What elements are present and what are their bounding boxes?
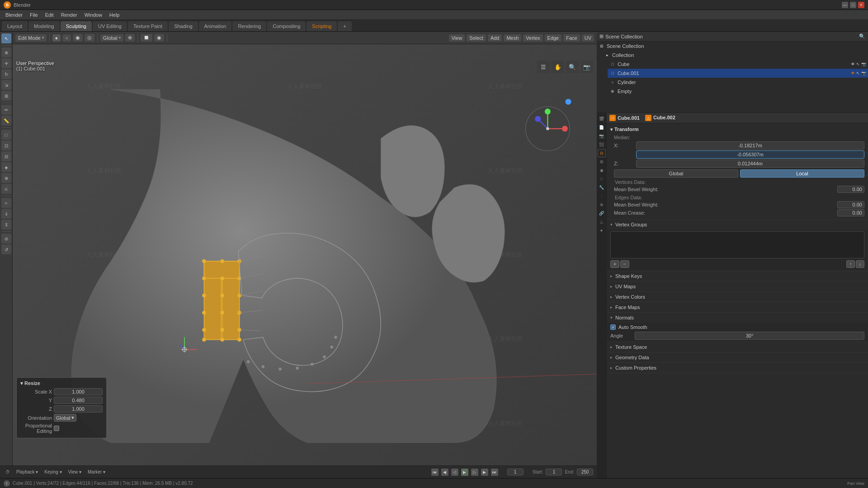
nav-orbit[interactable]: ☰ bbox=[537, 61, 550, 73]
props-scene[interactable]: 🎬 bbox=[598, 115, 606, 123]
tl-next-keyframe[interactable]: ▷ bbox=[471, 469, 478, 476]
tl-keying[interactable]: Keying ▾ bbox=[42, 469, 63, 475]
outliner-cube-001[interactable]: □ Cube.001 👁 ↖ 📷 bbox=[608, 69, 868, 78]
scale-z-value[interactable]: 1.000 bbox=[54, 405, 103, 413]
tl-current-frame[interactable] bbox=[507, 469, 524, 475]
tool-measure[interactable]: 📏 bbox=[1, 116, 11, 126]
vp-menu-uv[interactable]: UV bbox=[582, 34, 594, 42]
tool-cursor[interactable]: ⊕ bbox=[1, 47, 11, 57]
tab-rendering[interactable]: Rendering bbox=[232, 21, 266, 31]
maximize-button[interactable]: □ bbox=[850, 2, 856, 8]
tl-jump-start[interactable]: ⏮ bbox=[431, 469, 439, 476]
tab-layout[interactable]: Layout bbox=[2, 21, 28, 31]
tab-shading[interactable]: Shading bbox=[169, 21, 198, 31]
cube-001-sel-icon[interactable]: ↖ bbox=[856, 71, 860, 75]
y-value[interactable]: -0.056307m bbox=[636, 150, 864, 159]
vp-menu-face[interactable]: Face bbox=[563, 34, 580, 42]
local-coord-btn[interactable]: Local bbox=[740, 169, 864, 178]
normals-header[interactable]: Normals bbox=[607, 313, 868, 323]
vp-menu-edge[interactable]: Edge bbox=[545, 34, 562, 42]
props-view-layer[interactable]: ⊟ bbox=[598, 149, 606, 157]
props-scene-2[interactable]: ⊞ bbox=[598, 158, 606, 166]
tl-prev-frame[interactable]: ◀ bbox=[441, 469, 448, 476]
tl-next-frame[interactable]: ▶ bbox=[481, 469, 488, 476]
mode-selector[interactable]: Edit Mode bbox=[15, 34, 47, 42]
tool-extrude[interactable]: ⊡ bbox=[1, 141, 11, 150]
viewport-shading-solid[interactable]: ● bbox=[52, 34, 61, 42]
outliner-scene-collection[interactable]: ⊞ Scene Collection bbox=[597, 42, 868, 51]
cube-001-vis-icon[interactable]: 👁 bbox=[851, 71, 855, 75]
tool-scale[interactable]: ⇲ bbox=[1, 80, 11, 90]
vertex-colors-header[interactable]: Vertex Colors bbox=[607, 292, 868, 302]
tool-rotate[interactable]: ↻ bbox=[1, 69, 11, 79]
tl-jump-end[interactable]: ⏭ bbox=[491, 469, 498, 476]
viewport[interactable]: Edit Mode ● ○ ◉ ◎ Global ⊕ 🔲 bbox=[13, 32, 597, 465]
props-world[interactable]: ◉ bbox=[598, 166, 606, 174]
tl-marker[interactable]: Marker ▾ bbox=[86, 469, 107, 475]
tl-play-button[interactable]: ▶ bbox=[461, 469, 468, 476]
viewport-shading-render[interactable]: ◉ bbox=[73, 34, 83, 42]
vp-menu-select[interactable]: Select bbox=[467, 34, 486, 42]
props-material[interactable]: ● bbox=[598, 226, 606, 235]
tl-start-frame[interactable] bbox=[546, 469, 562, 475]
viewport-shading-wire[interactable]: ○ bbox=[62, 34, 71, 42]
x-value[interactable]: -0.18217m bbox=[636, 141, 864, 150]
props-render[interactable]: 📷 bbox=[598, 132, 606, 140]
scale-x-value[interactable]: 1.000 bbox=[54, 388, 103, 395]
face-maps-header[interactable]: Face Maps bbox=[607, 302, 868, 312]
vg-list-area[interactable] bbox=[610, 231, 864, 258]
tool-annotate[interactable]: ✏ bbox=[1, 105, 11, 115]
uv-maps-header[interactable]: UV Maps bbox=[607, 282, 868, 291]
props-object[interactable]: □ bbox=[598, 175, 606, 183]
vp-menu-add[interactable]: Add bbox=[488, 34, 502, 42]
menu-window[interactable]: Window bbox=[81, 10, 106, 20]
tool-spin[interactable]: ↺ bbox=[1, 244, 11, 254]
props-modifier[interactable]: 🔧 bbox=[598, 183, 606, 192]
geometry-data-header[interactable]: Geometry Data bbox=[607, 352, 868, 362]
tl-prev-keyframe[interactable]: ◁ bbox=[451, 469, 458, 476]
tab-uv-editing[interactable]: UV Editing bbox=[93, 21, 127, 31]
tab-modeling[interactable]: Modeling bbox=[28, 21, 60, 31]
outliner-filter-icon[interactable]: 🔍 bbox=[859, 33, 865, 39]
vertex-groups-header[interactable]: Vertex Groups bbox=[607, 220, 868, 230]
props-renderlayer[interactable]: 📄 bbox=[598, 123, 606, 131]
nav-camera[interactable]: 📷 bbox=[580, 61, 593, 73]
menu-render[interactable]: Render bbox=[57, 10, 81, 20]
tool-select[interactable]: ↖ bbox=[1, 33, 11, 43]
cube-sel-icon[interactable]: ↖ bbox=[856, 62, 860, 66]
outliner-cylinder[interactable]: ○ Cylinder bbox=[608, 78, 868, 87]
vp-menu-view[interactable]: View bbox=[449, 34, 465, 42]
tab-sculpting[interactable]: Sculpting bbox=[61, 21, 92, 31]
tool-add-cube[interactable]: □ bbox=[1, 130, 11, 140]
transform-header[interactable]: Transform bbox=[610, 125, 864, 133]
snapping-toggle[interactable]: 🔲 bbox=[141, 34, 152, 42]
close-button[interactable]: ✕ bbox=[858, 2, 864, 8]
nav-hand[interactable]: ✋ bbox=[552, 61, 564, 73]
vg-arrow-down[interactable]: ↓ bbox=[856, 260, 864, 268]
outliner-cube[interactable]: □ Cube 👁 ↖ 📷 bbox=[608, 60, 868, 69]
tool-transform[interactable]: ⊞ bbox=[1, 91, 11, 101]
tool-bevel[interactable]: ◈ bbox=[1, 162, 11, 172]
tab-add[interactable]: + bbox=[338, 21, 351, 31]
vg-arrow-up[interactable]: ↑ bbox=[846, 260, 855, 268]
props-data[interactable]: △ bbox=[598, 218, 606, 226]
outliner-collection[interactable]: ▸ Collection bbox=[602, 51, 868, 60]
z-value[interactable]: 0.012444m bbox=[636, 160, 864, 168]
orientation-dropdown[interactable]: Global ▾ bbox=[54, 414, 76, 422]
cube-001-render-icon[interactable]: 📷 bbox=[861, 71, 866, 75]
pivot-selector[interactable]: Global bbox=[100, 34, 123, 42]
tool-knife[interactable]: ⚔ bbox=[1, 184, 11, 194]
menu-file[interactable]: File bbox=[26, 10, 42, 20]
tool-loop-cut[interactable]: ⊕ bbox=[1, 173, 11, 183]
status-icon[interactable]: i bbox=[4, 480, 10, 487]
tool-move[interactable]: ✛ bbox=[1, 58, 11, 68]
prop-editing-checkbox[interactable] bbox=[54, 426, 59, 431]
vg-add-btn[interactable]: + bbox=[610, 260, 619, 268]
viewport-shading-material[interactable]: ◎ bbox=[85, 34, 94, 42]
props-output[interactable]: ⬛ bbox=[598, 141, 606, 149]
vp-menu-vertex[interactable]: Vertex bbox=[523, 34, 542, 42]
global-coord-btn[interactable]: Global bbox=[614, 169, 738, 178]
outliner-empty[interactable]: ⊕ Empty bbox=[608, 87, 868, 96]
nav-zoom[interactable]: 🔍 bbox=[566, 61, 579, 73]
props-particles[interactable]: · bbox=[598, 192, 606, 200]
